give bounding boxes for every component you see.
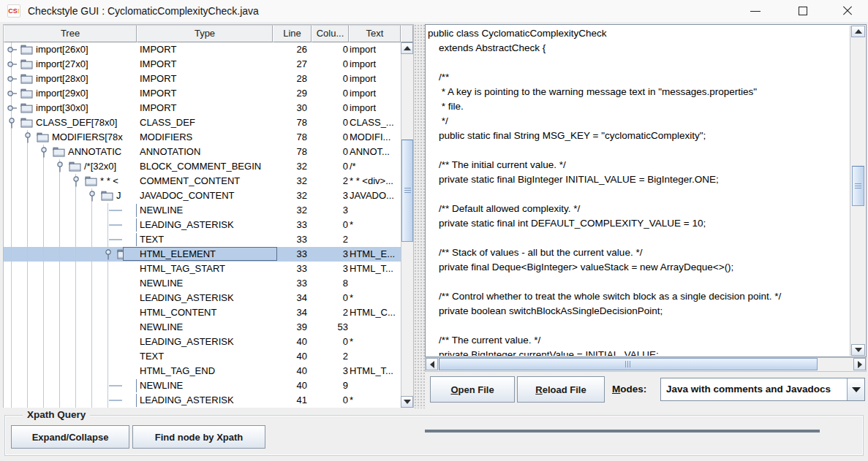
table-row[interactable]: NEWLINE323 <box>4 203 401 218</box>
table-row[interactable]: LEADING_ASTERISK340* <box>4 291 401 305</box>
tree-guide-line <box>43 247 44 262</box>
table-row[interactable]: HTML_ELEMENT333HTML_E... <box>4 247 401 262</box>
tree-collapse-handle-icon[interactable] <box>55 161 65 172</box>
table-row[interactable]: import[27x0]IMPORT270import <box>4 57 401 72</box>
tree-cell: import[30x0] <box>4 101 137 115</box>
tree-expand-handle-icon[interactable] <box>7 88 17 99</box>
folder-icon <box>37 132 49 142</box>
text-cell: MODIFI... <box>349 130 401 145</box>
mode-combobox-arrow-button[interactable] <box>847 378 864 400</box>
text-cell: import <box>349 57 401 72</box>
tree-guide-line <box>27 159 28 174</box>
table-row[interactable]: import[26x0]IMPORT260import <box>4 42 401 57</box>
tree-collapse-handle-icon[interactable] <box>71 175 81 187</box>
code-scroll-up-button[interactable] <box>851 26 865 37</box>
tree-guide-line <box>11 305 12 320</box>
maximize-button[interactable] <box>786 0 819 22</box>
tree-guide-line <box>91 232 92 247</box>
tree-scroll-up-button[interactable] <box>401 42 413 54</box>
table-row[interactable]: ANNOTATICANNOTATION780ANNOT... <box>4 145 401 159</box>
table-row[interactable]: HTML_TAG_START333HTML_T... <box>4 262 401 276</box>
line-cell: 29 <box>273 86 312 101</box>
code-line: private boolean switchBlockAsSingleDecis… <box>428 304 849 319</box>
table-row[interactable]: MODIFIERS[78xMODIFIERS780MODIFI... <box>4 130 401 145</box>
code-hscrollbar-thumb[interactable] <box>439 358 818 370</box>
tree-guide-line <box>59 291 60 305</box>
tree-node-label: import[27x0] <box>36 57 88 71</box>
tree-expand-handle-icon[interactable] <box>7 73 17 85</box>
line-cell: 40 <box>273 349 312 364</box>
code-scroll-down-button[interactable] <box>851 344 865 356</box>
table-row[interactable]: LEADING_ASTERISK410* <box>4 393 401 408</box>
tree-collapse-handle-icon[interactable] <box>23 132 33 143</box>
tree-table-header: TreeTypeLineColu...Text <box>4 25 413 42</box>
folder-icon <box>20 88 33 99</box>
type-cell: ANNOTATION <box>137 145 273 159</box>
tree-collapse-handle-icon[interactable] <box>87 190 97 202</box>
close-button[interactable] <box>831 0 864 22</box>
close-icon <box>842 6 853 16</box>
tree-guide-line <box>59 247 60 262</box>
minimize-button[interactable] <box>739 0 771 22</box>
column-header-text[interactable]: Text <box>349 25 401 42</box>
line-cell: 33 <box>273 218 312 232</box>
tree-guide-line <box>59 262 60 276</box>
table-row[interactable]: TEXT402 <box>4 349 401 364</box>
mode-combobox[interactable]: Java with comments and Javadocs <box>660 378 865 401</box>
table-row[interactable]: import[30x0]IMPORT300import <box>4 101 401 115</box>
table-row[interactable]: TEXT332 <box>4 232 401 247</box>
open-file-button[interactable]: Open File <box>430 376 515 403</box>
table-row[interactable]: CLASS_DEF[78x0]CLASS_DEF780CLASS_... <box>4 115 401 130</box>
tree-leaf-icon <box>136 218 137 232</box>
table-row[interactable]: import[28x0]IMPORT280import <box>4 72 401 86</box>
table-row[interactable]: /*[32x0]BLOCK_COMMENT_BEGIN320/* <box>4 159 401 174</box>
table-row[interactable]: LEADING_ASTERISK330* <box>4 218 401 232</box>
tree-scroll-down-button[interactable] <box>401 396 413 408</box>
window-title: Checkstyle GUI : CyclomaticComplexityChe… <box>28 5 259 17</box>
tree-guide-line <box>43 305 44 320</box>
column-header-type[interactable]: Type <box>137 25 273 42</box>
tree-scrollbar-thumb[interactable] <box>401 140 413 242</box>
find-node-by-xpath-button[interactable]: Find node by Xpath <box>132 425 265 449</box>
table-row[interactable]: HTML_CONTENT342HTML_C... <box>4 305 401 320</box>
code-scrollbar-thumb[interactable] <box>852 166 864 206</box>
code-horizontal-scrollbar[interactable] <box>425 357 867 372</box>
line-cell: 40 <box>273 364 312 378</box>
modes-label: Modes: <box>612 384 646 395</box>
code-scroll-left-button[interactable] <box>426 358 438 370</box>
tree-guide-line <box>11 130 12 145</box>
table-row[interactable]: JJAVADOC_CONTENT323JAVADO... <box>4 188 401 203</box>
line-cell: 41 <box>273 393 312 408</box>
tree-expand-handle-icon[interactable] <box>7 58 17 70</box>
tree-expand-handle-icon[interactable] <box>7 44 17 56</box>
table-row[interactable]: * * <COMMENT_CONTENT322* * <div>... <box>4 174 401 188</box>
tree-expand-handle-icon[interactable] <box>7 102 17 114</box>
tree-guide-line <box>75 262 76 276</box>
expand-collapse-button[interactable]: Expand/Collapse <box>11 425 129 449</box>
column-header-line[interactable]: Line <box>273 25 312 42</box>
column-cell: 3 <box>312 364 349 378</box>
tree-cell: J <box>4 188 137 203</box>
table-row[interactable]: LEADING_ASTERISK400* <box>4 335 401 349</box>
column-header-colu[interactable]: Colu... <box>312 25 349 42</box>
source-code-viewer[interactable]: public class CyclomaticComplexityCheck e… <box>425 24 867 357</box>
source-text-area[interactable]: public class CyclomaticComplexityCheck e… <box>428 26 849 356</box>
table-row[interactable]: import[29x0]IMPORT290import <box>4 86 401 101</box>
split-pane-divider[interactable] <box>414 24 425 408</box>
text-cell <box>349 349 401 364</box>
tree-guide-line <box>59 349 60 364</box>
column-header-tree[interactable]: Tree <box>4 25 137 42</box>
reload-file-button[interactable]: Reload File <box>517 376 605 403</box>
tree-collapse-handle-icon[interactable] <box>39 146 49 158</box>
tree-collapse-handle-icon[interactable] <box>103 248 113 260</box>
table-row[interactable]: HTML_TAG_END403HTML_T... <box>4 364 401 378</box>
code-scroll-right-button[interactable] <box>853 358 866 370</box>
table-row[interactable]: NEWLINE338 <box>4 276 401 291</box>
tree-vertical-scrollbar[interactable] <box>401 42 413 408</box>
tree-cell <box>4 276 137 291</box>
tree-collapse-handle-icon[interactable] <box>7 117 17 129</box>
table-row[interactable]: NEWLINE409 <box>4 378 401 393</box>
tree-guide-line <box>11 393 12 408</box>
code-vertical-scrollbar[interactable] <box>850 26 865 356</box>
table-row[interactable]: NEWLINE3953 <box>4 320 401 335</box>
